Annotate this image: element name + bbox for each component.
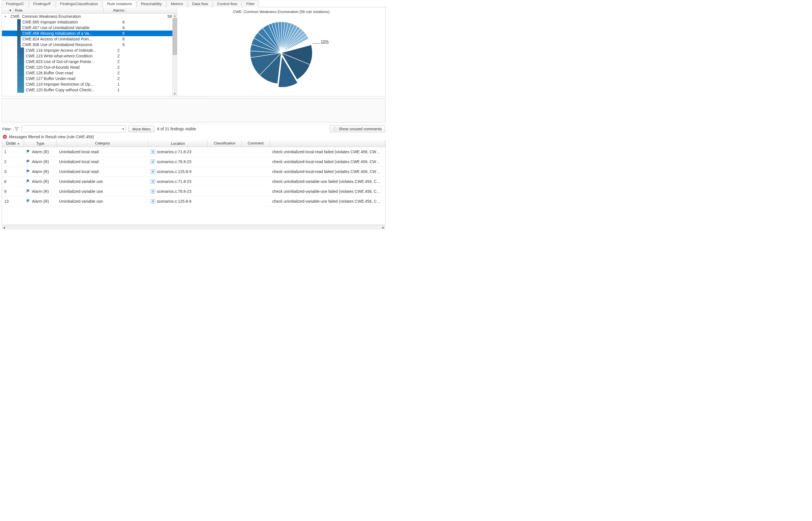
col-location[interactable]: Location	[148, 140, 208, 147]
rule-label: CWE. Common Weakness Enumeration	[10, 14, 154, 19]
expand-toggle-icon[interactable]: ▾	[2, 15, 9, 18]
col-type[interactable]: Type	[24, 140, 57, 147]
rule-row[interactable]: CWE.908 Use of Uninitialized Resource6	[2, 42, 177, 47]
rule-tree-header: ▾ Rule Alarms	[2, 7, 177, 14]
scrollbar-thumb[interactable]	[173, 18, 177, 55]
scroll-left-icon[interactable]: ◀	[2, 226, 6, 229]
rule-alarm-count: 2	[102, 71, 125, 75]
density-bar	[17, 59, 24, 65]
pie-chart[interactable]	[245, 16, 318, 90]
tab-control-flow[interactable]: Control flow	[213, 0, 241, 7]
tab-findings-c[interactable]: Findings/C	[2, 0, 28, 7]
tab-bar: Findings/CFindings/FFindings/Classificat…	[0, 0, 387, 7]
rule-row[interactable]: CWE.823 Use of Out-of-range Pointe...2	[2, 59, 177, 65]
cell-order: 3	[2, 169, 24, 174]
flag-icon	[26, 180, 30, 183]
rule-row[interactable]: CWE.824 Access of Uninitialized Poin...6	[2, 36, 177, 42]
rule-row[interactable]: CWE.456 Missing Initialization of a Va..…	[2, 30, 177, 36]
col-category[interactable]: Category	[57, 140, 148, 147]
info-icon: i	[333, 127, 337, 131]
tab-filter[interactable]: Filter	[242, 0, 259, 7]
cell-location[interactable]: #scenarios.c:71.8-23	[148, 179, 208, 184]
col-order[interactable]: Order▼	[2, 140, 24, 147]
tab-rule-violations[interactable]: Rule violations	[103, 0, 136, 7]
show-unused-comments-button[interactable]: i Show unused comments	[330, 126, 385, 132]
rule-row[interactable]: ▾CWE. Common Weakness Enumeration58	[2, 14, 177, 19]
scroll-right-icon[interactable]: ▶	[381, 226, 386, 229]
hash-icon: #	[150, 169, 155, 174]
rule-label: CWE.908 Use of Uninitialized Resource	[22, 42, 107, 47]
rule-menu-dropdown[interactable]: ▾	[2, 8, 13, 13]
scroll-up-icon[interactable]: ▲	[173, 14, 177, 18]
density-bar	[17, 65, 24, 70]
rule-row[interactable]: CWE.125 Out-of-bounds Read2	[2, 65, 177, 70]
horizontal-scrollbar[interactable]: ◀ ▶	[2, 225, 386, 230]
cell-message: check uninitialized-local-read failed (v…	[270, 150, 385, 154]
rule-row[interactable]: CWE.123 Write-what-where Condition2	[2, 53, 177, 59]
cell-location[interactable]: #scenarios.c:125.8-9	[148, 169, 208, 174]
col-comment[interactable]: Comment	[242, 140, 270, 147]
col-alarms[interactable]: Alarms	[104, 8, 126, 13]
cell-type: Alarm (R)	[24, 199, 57, 204]
cell-message: check uninitialized-local-read failed (v…	[270, 169, 385, 174]
scroll-down-icon[interactable]: ▼	[173, 92, 177, 96]
rule-label: CWE.126 Buffer Over-read	[26, 71, 102, 75]
more-filters-button[interactable]: More filters	[128, 126, 155, 132]
findings-row[interactable]: 3Alarm (R)Uninitialized local read#scena…	[2, 167, 385, 177]
col-message[interactable]	[270, 140, 385, 147]
findings-row[interactable]: 1Alarm (R)Uninitialized local read#scena…	[2, 147, 385, 157]
rule-tree-panel: ▾ Rule Alarms ▾CWE. Common Weakness Enum…	[2, 7, 177, 96]
rule-label: CWE.456 Missing Initialization of a Va..…	[22, 31, 107, 36]
col-classification[interactable]: Classification	[208, 140, 242, 147]
tab-findings-class[interactable]: Findings/Classification	[56, 0, 102, 7]
detail-pane	[2, 98, 386, 122]
rule-row[interactable]: CWE.457 Use of Uninitialized Variable6	[2, 25, 177, 30]
density-bar	[17, 25, 21, 30]
col-rule[interactable]: Rule	[13, 8, 104, 13]
findings-row[interactable]: 13Alarm (R)Uninitialized variable use#sc…	[2, 197, 385, 206]
findings-row[interactable]: 9Alarm (R)Uninitialized variable use#sce…	[2, 186, 385, 197]
rule-row[interactable]: CWE.127 Buffer Under-read2	[2, 76, 177, 82]
error-icon: ✕	[3, 135, 7, 139]
flag-icon	[26, 150, 30, 154]
vertical-scrollbar[interactable]: ▲ ▼	[172, 14, 177, 96]
cell-order: 6	[2, 179, 24, 184]
chart-title: CWE. Common Weakness Enumeration (58 rul…	[233, 9, 329, 14]
funnel-icon	[14, 127, 19, 132]
cell-message: check uninitialized-local-read failed (v…	[270, 159, 385, 164]
findings-row[interactable]: 2Alarm (R)Uninitialized local read#scena…	[2, 157, 385, 167]
hash-icon: #	[150, 179, 155, 184]
rule-row[interactable]: CWE.120 Buffer Copy without Checki...1	[2, 87, 177, 93]
tab-metrics[interactable]: Metrics	[166, 0, 187, 7]
cell-location[interactable]: #scenarios.c:76.8-23	[148, 189, 208, 194]
rule-label: CWE.823 Use of Out-of-range Pointe...	[26, 59, 102, 64]
rule-row[interactable]: CWE.665 Improper Initialization6	[2, 19, 177, 25]
rule-row[interactable]: CWE.118 Improper Access of Indexab...2	[2, 47, 177, 53]
cell-category: Uninitialized variable use	[57, 179, 148, 184]
findings-table: Order▼ Type Category Location Classifica…	[2, 140, 386, 225]
cell-category: Uninitialized local read	[57, 169, 148, 174]
cell-category: Uninitialized variable use	[57, 189, 148, 194]
cell-location[interactable]: #scenarios.c:125.8-9	[148, 199, 208, 204]
findings-body: 1Alarm (R)Uninitialized local read#scena…	[2, 147, 385, 225]
rule-row[interactable]: CWE.126 Buffer Over-read2	[2, 70, 177, 76]
tab-data-flow[interactable]: Data flow	[188, 0, 212, 7]
hash-icon: #	[150, 189, 155, 194]
cell-location[interactable]: #scenarios.c:76.8-23	[148, 159, 208, 164]
findings-row[interactable]: 6Alarm (R)Uninitialized variable use#sce…	[2, 177, 385, 186]
tab-reachability[interactable]: Reachability	[137, 0, 166, 7]
density-bar	[17, 47, 24, 53]
cell-order: 9	[2, 189, 24, 194]
sort-desc-icon: ▼	[17, 142, 20, 145]
findings-visible-count: 6 of 21 findings visible	[157, 127, 196, 131]
cell-message: check uninitialized-variable-use failed …	[270, 199, 385, 204]
rule-row[interactable]: CWE.119 Improper Restriction of Op...1	[2, 82, 177, 87]
tab-findings-f[interactable]: Findings/F	[29, 0, 55, 7]
cell-type: Alarm (R)	[24, 189, 57, 194]
rule-alarm-count: 6	[107, 37, 130, 41]
cell-location[interactable]: #scenarios.c:71.8-23	[148, 150, 208, 154]
chart-panel: CWE. Common Weakness Enumeration (58 rul…	[177, 7, 385, 96]
rule-label: CWE.457 Use of Uninitialized Variable	[22, 25, 107, 30]
rule-label: CWE.125 Out-of-bounds Read	[26, 65, 102, 70]
filter-combobox[interactable]: ▼	[22, 126, 126, 132]
